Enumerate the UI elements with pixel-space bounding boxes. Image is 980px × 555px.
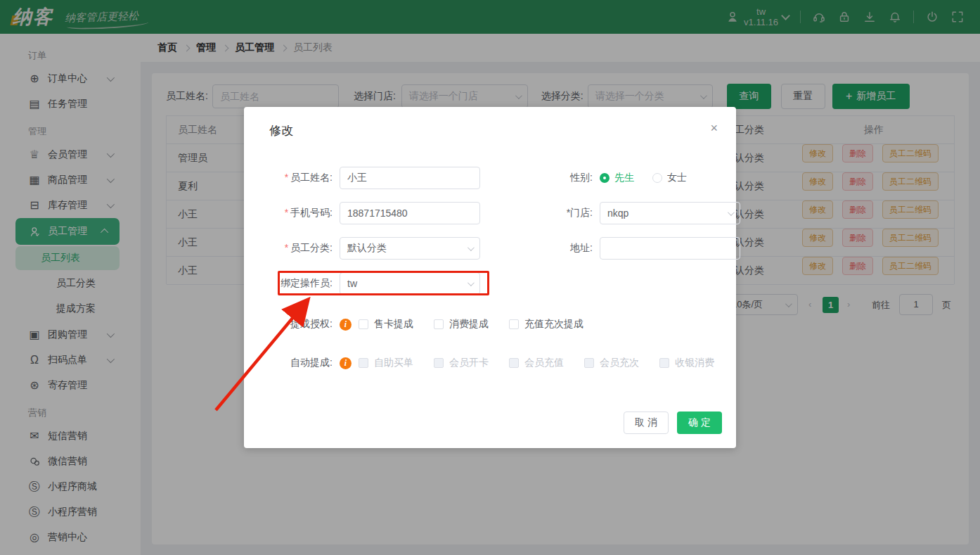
chevron-down-icon xyxy=(468,244,475,251)
app-page: 纳客 纳客管店更轻松 tw v1.11.16 xyxy=(0,0,980,555)
info-icon: i xyxy=(340,357,352,369)
checkbox-recharge-commission[interactable]: 充值充次提成 xyxy=(509,318,584,331)
confirm-button[interactable]: 确 定 xyxy=(677,412,722,434)
checkbox-cashier-consume[interactable]: 收银消费 xyxy=(659,357,714,369)
checkbox-icon[interactable] xyxy=(359,319,368,329)
auto-commission-label: 自动提成: xyxy=(244,357,340,369)
radio-female[interactable] xyxy=(652,173,662,183)
address-input-wrap xyxy=(600,237,740,260)
staff-category-label: *员工分类: xyxy=(244,242,340,255)
checkbox-icon[interactable] xyxy=(434,319,444,329)
checkbox-member-times[interactable]: 会员充次 xyxy=(584,357,639,369)
checkbox-icon[interactable] xyxy=(359,358,368,368)
modal-title: 修改 xyxy=(269,122,293,139)
checkbox-icon[interactable] xyxy=(509,358,519,368)
phone-input[interactable] xyxy=(347,208,472,219)
checkbox-icon[interactable] xyxy=(584,358,594,368)
checkbox-member-open-card[interactable]: 会员开卡 xyxy=(434,357,489,369)
modal-store-select[interactable]: nkqp xyxy=(600,202,740,224)
staff-category-select[interactable]: 默认分类 xyxy=(340,237,480,260)
checkbox-consume-commission[interactable]: 消费提成 xyxy=(434,318,489,331)
cancel-button[interactable]: 取 消 xyxy=(624,412,669,434)
checkbox-sell-card-commission[interactable]: 售卡提成 xyxy=(359,318,413,331)
commission-auth-label: 提成授权: xyxy=(244,318,340,331)
address-input[interactable] xyxy=(607,243,733,254)
checkbox-icon[interactable] xyxy=(434,358,444,368)
checkbox-self-checkout[interactable]: 自助买单 xyxy=(359,357,413,369)
phone-label: *手机号码: xyxy=(244,207,340,219)
store-label: *门店: xyxy=(480,207,600,219)
gender-female-label[interactable]: 女士 xyxy=(667,172,687,184)
staff-name-label: *员工姓名: xyxy=(244,172,340,184)
checkbox-icon[interactable] xyxy=(659,358,669,368)
radio-male-selected[interactable] xyxy=(600,173,610,183)
phone-input-wrap xyxy=(340,202,480,224)
gender-male-label[interactable]: 先生 xyxy=(614,172,634,184)
modal-staff-name-input-wrap xyxy=(340,167,480,189)
info-icon: i xyxy=(340,319,352,331)
chevron-down-icon xyxy=(728,209,735,216)
checkbox-member-recharge[interactable]: 会员充值 xyxy=(509,357,564,369)
checkbox-icon[interactable] xyxy=(509,319,519,329)
annotation-highlight-box xyxy=(278,271,489,295)
address-label: 地址: xyxy=(480,242,600,255)
modal-staff-name-input[interactable] xyxy=(347,172,472,184)
close-icon[interactable]: × xyxy=(710,121,718,136)
gender-label: 性别: xyxy=(480,172,600,184)
